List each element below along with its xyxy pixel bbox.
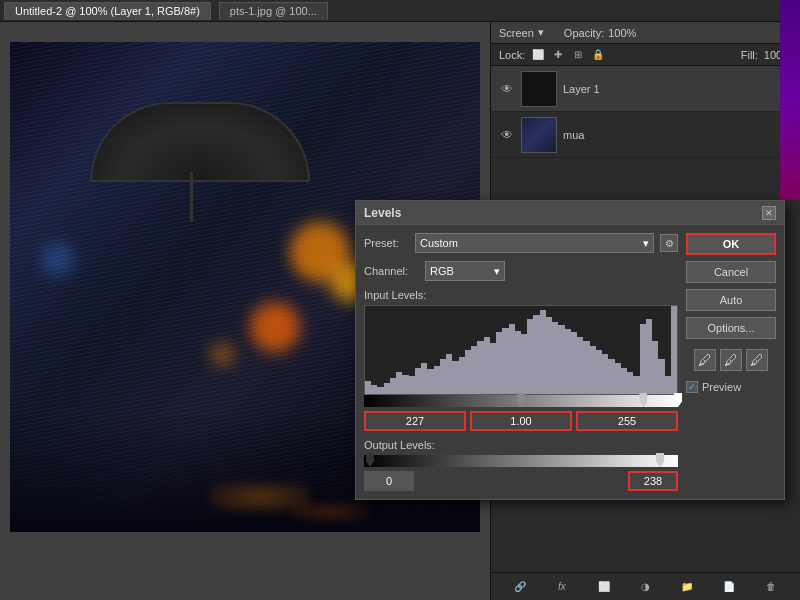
- output-fields: 0 238: [364, 471, 678, 491]
- channel-row: Channel: RGB ▾: [364, 261, 678, 281]
- input-mid-field[interactable]: 1.00: [470, 411, 572, 431]
- ok-button[interactable]: OK: [686, 233, 776, 255]
- layers-bottom: 🔗 fx ⬜ ◑ 📁 📄 🗑: [491, 572, 800, 600]
- preview-row: ✓ Preview: [686, 381, 776, 393]
- channel-value: RGB: [430, 265, 454, 277]
- folder-icon[interactable]: 📁: [680, 580, 694, 594]
- tab-pts[interactable]: pts-1.jpg @ 100...: [219, 2, 328, 20]
- dropdown-arrow-preset: ▾: [643, 237, 649, 250]
- dropdown-arrow-mode[interactable]: ▾: [538, 26, 544, 39]
- tab-untitled[interactable]: Untitled-2 @ 100% (Layer 1, RGB/8#): [4, 2, 211, 20]
- layer-thumb-1: [521, 71, 557, 107]
- layer-item-1[interactable]: 👁 Layer 1: [491, 66, 800, 112]
- close-button[interactable]: ✕: [762, 206, 776, 220]
- visibility-eye-1[interactable]: 👁: [499, 81, 515, 97]
- tab-bar: Untitled-2 @ 100% (Layer 1, RGB/8#) pts-…: [0, 0, 800, 22]
- preview-checkbox[interactable]: ✓: [686, 381, 698, 393]
- visibility-eye-2[interactable]: 👁: [499, 127, 515, 143]
- fx-icon[interactable]: fx: [555, 580, 569, 594]
- cancel-button[interactable]: Cancel: [686, 261, 776, 283]
- mode-label: Screen: [499, 27, 534, 39]
- dropdown-arrow-channel: ▾: [494, 265, 500, 278]
- dialog-left: Preset: Custom ▾ ⚙ Channel: RGB ▾ Input …: [364, 233, 678, 491]
- input-black-handle[interactable]: [639, 393, 647, 407]
- layer-item-2[interactable]: 👁 mua: [491, 112, 800, 158]
- preset-row: Preset: Custom ▾ ⚙: [364, 233, 678, 253]
- gray-eyedropper[interactable]: 🖊: [720, 349, 742, 371]
- mode-control: Screen ▾: [499, 26, 544, 39]
- layers-header: Screen ▾ Opacity: 100%: [491, 22, 800, 44]
- lock-pixels-icon[interactable]: ⬜: [531, 48, 545, 62]
- lock-label: Lock:: [499, 49, 525, 61]
- dialog-right: OK Cancel Auto Options... 🖊 🖊 🖊 ✓ Previe…: [686, 233, 776, 491]
- dialog-title: Levels: [364, 206, 401, 220]
- preview-label: Preview: [702, 381, 741, 393]
- opacity-value[interactable]: 100%: [608, 27, 636, 39]
- input-black-field[interactable]: 227: [364, 411, 466, 431]
- input-fields: 227 1.00 255: [364, 411, 678, 431]
- preset-value: Custom: [420, 237, 458, 249]
- umbrella-top: [90, 102, 310, 182]
- bokeh-6: [40, 242, 75, 277]
- input-gradient-bar[interactable]: [364, 395, 678, 407]
- reflection-2: [290, 502, 370, 522]
- output-white-handle[interactable]: [656, 453, 664, 467]
- bokeh-3: [250, 302, 300, 352]
- white-eyedropper[interactable]: 🖊: [746, 349, 768, 371]
- layer-thumb-2: [521, 117, 557, 153]
- output-black-field[interactable]: 0: [364, 471, 414, 491]
- lock-artboard-icon[interactable]: ⊞: [571, 48, 585, 62]
- umbrella-handle: [190, 172, 193, 222]
- eyedroppers-group: 🖊 🖊 🖊: [686, 349, 776, 371]
- output-gradient-bar[interactable]: [364, 455, 678, 467]
- channel-dropdown[interactable]: RGB ▾: [425, 261, 505, 281]
- dialog-titlebar: Levels ✕: [356, 201, 784, 225]
- lock-move-icon[interactable]: ✚: [551, 48, 565, 62]
- opacity-control: Opacity: 100%: [564, 27, 637, 39]
- black-eyedropper[interactable]: 🖊: [694, 349, 716, 371]
- input-mid-handle[interactable]: [517, 393, 525, 407]
- channel-label: Channel:: [364, 265, 419, 277]
- new-layer-icon[interactable]: 📄: [722, 580, 736, 594]
- input-levels-label: Input Levels:: [364, 289, 678, 301]
- dialog-body: Preset: Custom ▾ ⚙ Channel: RGB ▾ Input …: [356, 225, 784, 499]
- delete-layer-icon[interactable]: 🗑: [764, 580, 778, 594]
- histogram: [364, 305, 678, 395]
- preset-dropdown[interactable]: Custom ▾: [415, 233, 654, 253]
- layer-name-1: Layer 1: [563, 83, 792, 95]
- hist-bar-spike: [671, 306, 677, 394]
- output-black-handle[interactable]: [366, 453, 374, 467]
- auto-button[interactable]: Auto: [686, 289, 776, 311]
- adjustments-icon[interactable]: ◑: [638, 580, 652, 594]
- umbrella: [90, 102, 310, 222]
- purple-accent: [780, 0, 800, 200]
- options-button[interactable]: Options...: [686, 317, 776, 339]
- preset-gear-icon[interactable]: ⚙: [660, 234, 678, 252]
- output-levels-label: Output Levels:: [364, 439, 678, 451]
- levels-dialog: Levels ✕ Preset: Custom ▾ ⚙ Channel: RGB…: [355, 200, 785, 500]
- add-mask-icon[interactable]: ⬜: [597, 580, 611, 594]
- input-white-handle[interactable]: [674, 393, 682, 407]
- layer-name-2: mua: [563, 129, 792, 141]
- fill-label: Fill:: [741, 49, 758, 61]
- lock-row: Lock: ⬜ ✚ ⊞ 🔒 Fill: 100%: [491, 44, 800, 66]
- output-white-field[interactable]: 238: [628, 471, 678, 491]
- preset-label: Preset:: [364, 237, 409, 249]
- opacity-label: Opacity:: [564, 27, 604, 39]
- link-layers-icon[interactable]: 🔗: [513, 580, 527, 594]
- bokeh-5: [210, 342, 235, 367]
- input-white-field[interactable]: 255: [576, 411, 678, 431]
- lock-all-icon[interactable]: 🔒: [591, 48, 605, 62]
